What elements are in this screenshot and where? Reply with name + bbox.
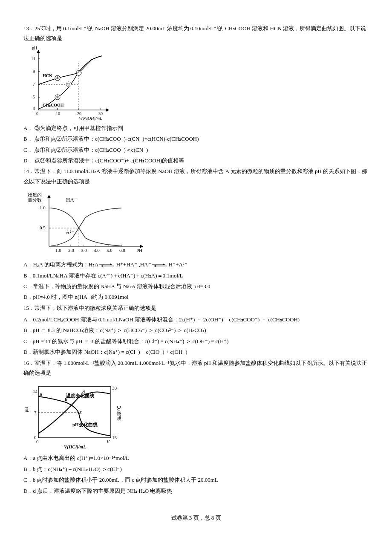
- q15-stem: 15．常温下，以下溶液中的微粒浓度关系正确的选项是: [23, 303, 369, 313]
- svg-text:3: 3: [33, 106, 35, 111]
- q14-opt-b: B．0.1mol/LNaHA 溶液中存在 c(A²⁻)＋c(HA⁻)＋c(H₂A…: [23, 271, 369, 280]
- svg-text:CH₃COOH: CH₃COOH: [43, 103, 64, 107]
- svg-text:7: 7: [33, 82, 35, 87]
- q14-a-suffix: H⁺+A²⁻: [167, 261, 187, 268]
- page-footer: 试卷第 3 页，总 8 页: [23, 513, 369, 523]
- svg-text:0.5: 0.5: [40, 225, 46, 230]
- svg-text:HCN: HCN: [43, 73, 52, 78]
- q14-stem: 14．常温下，向 1L0.1mol/LH₂A 溶液中逐渐参加等浓度 NaOH 溶…: [23, 166, 369, 186]
- svg-marker-1: [106, 109, 109, 111]
- svg-text:20: 20: [77, 111, 81, 116]
- svg-text:HA⁻: HA⁻: [66, 197, 77, 203]
- svg-text:温度变化曲线: 温度变化曲线: [66, 393, 94, 398]
- q13-chart: pH 11 9 7 5 3 0 10 20 30 V(NaOH)/mL: [23, 46, 369, 121]
- svg-marker-68: [154, 265, 156, 267]
- svg-text:a: a: [40, 391, 42, 396]
- svg-text:30: 30: [98, 111, 103, 116]
- svg-text:V(HCl)/mL: V(HCl)/mL: [64, 444, 86, 450]
- q16-opt-c: C．b 点时参加的盐酸体积小于 20.00mL，而 c 点时参加的盐酸体积大于 …: [23, 475, 369, 485]
- svg-text:0: 0: [36, 111, 38, 116]
- q14-a-prefix: A．H₂A 的电离方程式为：H₂A: [23, 261, 98, 268]
- svg-text:A²⁻: A²⁻: [66, 229, 74, 235]
- svg-text:pH: pH: [23, 407, 29, 413]
- svg-text:pH变化曲线: pH变化曲线: [72, 422, 98, 427]
- svg-point-90: [84, 394, 86, 396]
- svg-text:1.0: 1.0: [40, 205, 46, 210]
- svg-text:9: 9: [33, 69, 35, 74]
- svg-text:5: 5: [33, 95, 35, 99]
- q13-opt-c: C． 点①和点②所示溶液中：c(CH₃COO⁻)＜c(CN⁻): [23, 145, 369, 155]
- q16-chart: pH 1470 3015 温度/℃ 0V V(HCl)/mL ab cd 温度变…: [23, 380, 369, 451]
- svg-text:c: c: [80, 409, 82, 414]
- q13-opt-a: A． ③为滴定终点，可用甲基橙作指示剂: [23, 123, 369, 133]
- q14-opt-a: A．H₂A 的电离方程式为：H₂A H⁺+HA⁻ ,HA⁻ H⁺+A²⁻: [23, 260, 369, 269]
- svg-text:V(NaOH)/mL: V(NaOH)/mL: [79, 116, 102, 121]
- svg-text:0: 0: [36, 439, 39, 444]
- q16-opt-b: B．b 点：c(NH₄⁺)＋c(NH₃·H₂O) ＞c(Cl⁻): [23, 464, 369, 474]
- svg-text:2.0: 2.0: [68, 248, 74, 253]
- svg-text:5.0: 5.0: [107, 248, 112, 253]
- q14-a-mid: H⁺+HA⁻ ,HA⁻: [115, 261, 151, 268]
- q15-opt-a: A．0.2mol/LCH₃COOH 溶液与 0.1mol/LNaOH 溶液等体积…: [23, 315, 369, 324]
- svg-text:物质的: 物质的: [28, 192, 42, 197]
- q14-opt-d: D．pH=4.0 时，图中 n(HA⁻)约为 0.0091mol: [23, 292, 369, 302]
- q15-opt-c: C．pH = 11 的氨水与 pH ＝ 3 的盐酸等体积混合：c(Cl⁻) = …: [23, 336, 369, 346]
- svg-text:10: 10: [56, 111, 60, 116]
- q15-opt-b: B．pH ＝ 8.3 的 NaHCO₃溶液：c(Na⁺) ＞ c(HCO₃⁻) …: [23, 325, 369, 335]
- svg-point-89: [78, 413, 80, 415]
- svg-text:11: 11: [31, 56, 35, 61]
- q16-opt-d: D．d 点后，溶液温度略下降的主要原因是 NH₃·H₂O 电离吸热: [23, 486, 369, 496]
- svg-marker-37: [48, 195, 50, 198]
- svg-text:14: 14: [33, 389, 38, 394]
- svg-text:温度/℃: 温度/℃: [116, 406, 121, 421]
- svg-marker-62: [110, 263, 112, 265]
- svg-text:③: ③: [67, 82, 70, 87]
- svg-text:②: ②: [56, 95, 59, 99]
- svg-text:PH: PH: [136, 248, 142, 253]
- svg-point-88: [65, 402, 67, 404]
- svg-text:V: V: [107, 439, 110, 444]
- q14-chart: 物质的 量分数 1.0 0.5 1.02.0 3.04.0 5.06.0 PH …: [23, 189, 369, 257]
- svg-text:pH: pH: [32, 46, 37, 50]
- svg-point-87: [38, 396, 40, 398]
- svg-text:3.0: 3.0: [81, 248, 87, 253]
- q15-opt-d: D．新制氯水中参加固体 NaOH：c(Na⁺) = c(Cl⁻) + c(ClO…: [23, 347, 369, 357]
- q16-stem: 16．室温下，将 1.000mol·L⁻¹盐酸滴入 20.00mL 1.000m…: [23, 358, 369, 378]
- svg-marker-64: [101, 265, 103, 267]
- svg-text:4.0: 4.0: [94, 248, 100, 253]
- q16-opt-a: A．a 点由水电离出的 c(H⁺)=1.0×10⁻¹⁴mol/L: [23, 453, 369, 463]
- svg-text:量分数: 量分数: [28, 197, 42, 202]
- q14-opt-c: C．常温下，等物质的量浓度的 NaHA 与 Na₂A 溶液等体积混合后溶液 pH…: [23, 281, 369, 291]
- q13-stem: 13．25℃时，用 0.1mol·L⁻¹的 NaOH 溶液分别滴定 20.00m…: [23, 23, 369, 43]
- svg-text:30: 30: [112, 385, 117, 390]
- q13-opt-d: D． 点②和点④所示溶液中：c(CH₃COO⁻)+ c(CH₃COOH)的值相等: [23, 156, 369, 165]
- svg-text:④: ④: [77, 71, 81, 75]
- q13-opt-b: B． 点①和点②所示溶液中：c(CH₃COO⁻)-c(CN⁻)=c(HCN)-c…: [23, 134, 369, 144]
- svg-text:7: 7: [34, 410, 37, 415]
- svg-text:1.0: 1.0: [55, 248, 61, 253]
- svg-text:15: 15: [112, 435, 117, 440]
- svg-marker-66: [163, 263, 165, 265]
- svg-text:6.0: 6.0: [119, 248, 125, 253]
- svg-text:①: ①: [56, 76, 59, 80]
- svg-marker-3: [37, 50, 40, 53]
